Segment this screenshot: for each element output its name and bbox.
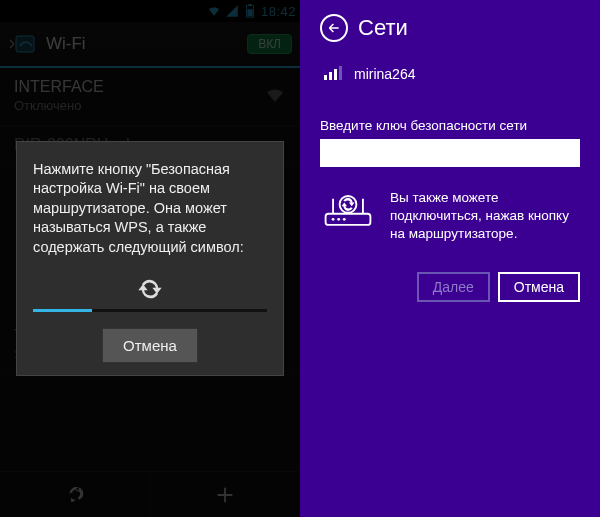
svg-rect-7 <box>339 66 342 80</box>
svg-point-14 <box>343 218 346 221</box>
windows-panel: Сети mirina264 Введите ключ безопасности… <box>300 0 600 517</box>
svg-rect-4 <box>324 75 327 80</box>
dialog-overlay: Нажмите кнопку "Безопасная настройка Wi-… <box>0 0 300 517</box>
svg-point-13 <box>337 218 340 221</box>
progress-bar <box>33 309 267 312</box>
security-key-input[interactable] <box>320 139 580 167</box>
router-icon <box>320 189 376 244</box>
cancel-button[interactable]: Отмена <box>498 272 580 302</box>
wps-hint: Вы также можете подключиться, нажав кноп… <box>320 189 580 244</box>
button-row: Далее Отмена <box>320 272 580 302</box>
input-label: Введите ключ безопасности сети <box>320 118 580 133</box>
back-button[interactable] <box>320 14 348 42</box>
header: Сети <box>320 14 580 42</box>
android-screen: 18:42 Wi-Fi ВКЛ INTERFACE Отключено DIR-… <box>0 0 300 517</box>
network-row: mirina264 <box>324 64 580 84</box>
wps-dialog: Нажмите кнопку "Безопасная настройка Wi-… <box>16 141 284 377</box>
signal-icon <box>324 64 344 84</box>
wps-icon <box>33 275 267 303</box>
next-button[interactable]: Далее <box>417 272 490 302</box>
dialog-message: Нажмите кнопку "Безопасная настройка Wi-… <box>33 160 267 258</box>
svg-rect-6 <box>334 69 337 80</box>
page-title: Сети <box>358 15 408 41</box>
wps-text: Вы также можете подключиться, нажав кноп… <box>390 189 580 244</box>
svg-rect-5 <box>329 72 332 80</box>
cancel-button[interactable]: Отмена <box>102 328 198 363</box>
svg-point-12 <box>332 218 335 221</box>
network-name: mirina264 <box>354 66 415 82</box>
